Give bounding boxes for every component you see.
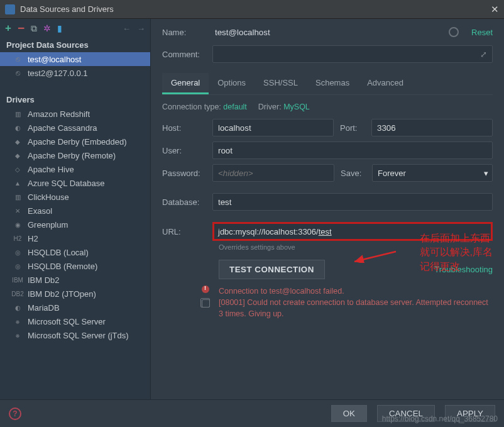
driver-icon: ▥: [13, 109, 23, 119]
gear-icon[interactable]: ✲: [43, 23, 51, 33]
ok-button[interactable]: OK: [331, 405, 367, 422]
database-input[interactable]: [212, 193, 493, 211]
chevron-down-icon: ▾: [484, 169, 488, 178]
driver-icon: ✕: [13, 206, 23, 216]
window-title: Data Sources and Drivers: [20, 4, 114, 14]
driver-icon: ◉: [13, 219, 23, 230]
page-icon[interactable]: ▮: [57, 23, 62, 33]
close-icon[interactable]: ✕: [491, 4, 499, 15]
save-select[interactable]: Forever ▾: [372, 164, 493, 182]
host-label: Host:: [162, 123, 206, 133]
driver-icon: ▲: [13, 178, 23, 188]
user-input[interactable]: [212, 141, 493, 159]
conn-type-value[interactable]: default: [223, 103, 247, 111]
svg-line-0: [354, 252, 396, 262]
test-connection-button[interactable]: TEST CONNECTION: [219, 260, 325, 279]
driver-item[interactable]: ◆Apache Derby (Embedded): [0, 135, 150, 148]
password-label: Password:: [162, 169, 206, 178]
annotation-arrow: [353, 250, 397, 263]
driver-label: Driver:: [258, 103, 282, 111]
copy-error-icon[interactable]: [202, 299, 210, 308]
driver-item[interactable]: ▥Amazon Redshift: [0, 107, 150, 121]
driver-icon: DB2: [13, 289, 23, 299]
datasource-icon: ⎋: [13, 54, 23, 64]
driver-item[interactable]: ◐MariaDB: [0, 301, 150, 314]
url-label: URL:: [162, 227, 206, 236]
reset-link[interactable]: Reset: [471, 28, 493, 37]
nav-forward-icon[interactable]: →: [137, 24, 145, 33]
copy-icon[interactable]: ⧉: [31, 23, 37, 34]
driver-icon: ⎈: [13, 330, 23, 340]
driver-item[interactable]: H2H2: [0, 231, 150, 245]
error-line-1: Connection to test@localhost failed.: [219, 286, 493, 297]
driver-item[interactable]: ◐Apache Cassandra: [0, 121, 150, 135]
color-picker-icon[interactable]: [449, 27, 459, 37]
password-input[interactable]: [212, 164, 334, 182]
driver-item[interactable]: DB2IBM Db2 (JTOpen): [0, 287, 150, 301]
tab-sshssl[interactable]: SSH/SSL: [255, 73, 307, 94]
annotation-text: 在后面加上东西 就可以解决,库名 记得更改: [420, 231, 493, 274]
tab-general[interactable]: General: [162, 73, 209, 94]
database-label: Database:: [162, 197, 206, 207]
driver-item[interactable]: ◇Apache Hive: [0, 162, 150, 176]
help-icon[interactable]: ?: [9, 408, 21, 420]
driver-icon: ⎈: [13, 316, 23, 326]
comment-label: Comment:: [162, 50, 206, 59]
datasource-item[interactable]: ⎋test@localhost: [0, 52, 150, 66]
error-icon: [202, 286, 209, 293]
driver-value[interactable]: MySQL: [283, 103, 310, 111]
nav-back-icon[interactable]: ←: [123, 24, 131, 33]
datasource-icon: ⎋: [13, 68, 23, 78]
expand-icon[interactable]: ⤢: [480, 50, 487, 59]
driver-icon: ▥: [13, 192, 23, 202]
sidebar-toolbar: + − ⧉ ✲ ▮ ← →: [0, 19, 150, 38]
driver-icon: ◐: [13, 123, 23, 133]
footer: ? OK CANCEL APPLY: [0, 399, 504, 427]
cancel-button[interactable]: CANCEL: [377, 405, 435, 422]
driver-icon: IBM: [13, 275, 23, 285]
port-label: Port:: [340, 123, 365, 133]
driver-item[interactable]: ✕Exasol: [0, 204, 150, 218]
user-label: User:: [162, 146, 206, 155]
save-label: Save:: [341, 169, 366, 178]
add-icon[interactable]: +: [5, 22, 11, 35]
driver-item[interactable]: ⎈Microsoft SQL Server (jTds): [0, 328, 150, 342]
details-panel: Name: Reset Comment: ⤢ GeneralOptionsSSH…: [151, 19, 504, 399]
tab-advanced[interactable]: Advanced: [358, 73, 412, 94]
apply-button[interactable]: APPLY: [445, 405, 495, 422]
driver-item[interactable]: IBMIBM Db2: [0, 273, 150, 287]
driver-icon: ◆: [13, 136, 23, 147]
port-input[interactable]: [371, 119, 493, 136]
tabs: GeneralOptionsSSH/SSLSchemasAdvanced: [162, 73, 493, 95]
driver-item[interactable]: ◎HSQLDB (Remote): [0, 259, 150, 273]
driver-item[interactable]: ▲Azure SQL Database: [0, 176, 150, 190]
name-input[interactable]: [212, 24, 442, 40]
app-icon: [5, 4, 15, 14]
project-sources-header: Project Data Sources: [0, 38, 150, 52]
datasource-item[interactable]: ⎋test2@127.0.0.1: [0, 66, 150, 80]
driver-item[interactable]: ◎HSQLDB (Local): [0, 245, 150, 259]
name-label: Name:: [162, 28, 206, 37]
driver-item[interactable]: ◉Greenplum: [0, 218, 150, 231]
conn-type-label: Connection type:: [162, 103, 221, 111]
driver-item[interactable]: ⎈Microsoft SQL Server: [0, 314, 150, 328]
tab-options[interactable]: Options: [209, 73, 255, 94]
error-line-2: [08001] Could not create connection to d…: [219, 297, 493, 319]
driver-item[interactable]: ▥ClickHouse: [0, 190, 150, 204]
driver-icon: ◇: [13, 164, 23, 174]
drivers-header: Drivers: [0, 92, 150, 107]
sidebar: + − ⧉ ✲ ▮ ← → Project Data Sources ⎋test…: [0, 19, 151, 399]
driver-icon: ◎: [13, 261, 23, 271]
driver-icon: ◎: [13, 247, 23, 257]
titlebar: Data Sources and Drivers ✕: [0, 0, 504, 19]
driver-item[interactable]: ◆Apache Derby (Remote): [0, 148, 150, 162]
driver-icon: H2: [13, 233, 23, 243]
tab-schemas[interactable]: Schemas: [307, 73, 358, 94]
host-input[interactable]: [212, 119, 334, 136]
comment-input[interactable]: ⤢: [212, 45, 493, 63]
error-block: Connection to test@localhost failed. [08…: [151, 279, 504, 319]
driver-icon: ◐: [13, 302, 23, 313]
remove-icon[interactable]: −: [18, 21, 25, 35]
driver-icon: ◆: [13, 150, 23, 160]
